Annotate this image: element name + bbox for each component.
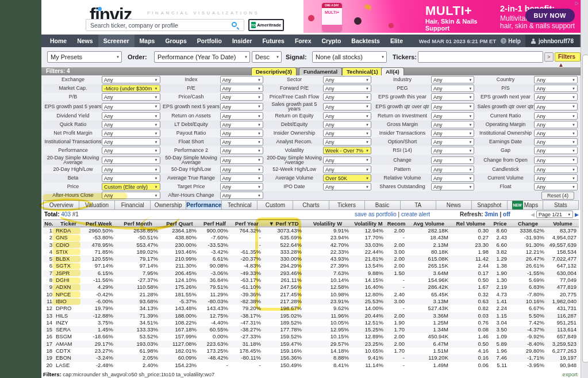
view-tab-basic[interactable]: Basic [364,200,400,210]
column-header-perf-half[interactable]: Perf Half [199,220,230,227]
filter-select-analyst-recom[interactable]: Any [323,138,371,146]
presets-select[interactable]: My Presets [47,51,122,63]
filter-select-option-short[interactable]: Any [431,138,475,146]
filter-select-float-short[interactable]: Any [220,138,264,146]
nav-item-backtests[interactable]: Backtests [346,35,385,47]
column-header-price[interactable]: Price [491,220,509,227]
filter-select-beta[interactable]: Any [102,174,160,182]
filter-select-20-day-high-low[interactable]: Any [102,166,160,173]
filter-select-eps-growth-next-year[interactable]: Any [534,93,578,101]
filter-tab-technical-1[interactable]: Technical(1) [342,67,383,75]
column-header-perf-month[interactable]: Perf Month [116,220,160,227]
view-tab-technical[interactable]: Technical [221,200,257,210]
filter-select-eps-growth-this-year[interactable]: Any [431,93,475,101]
tickers-input[interactable] [418,51,543,63]
column-header-volume[interactable]: Volume [547,220,579,227]
ticker-link-SGTX[interactable]: SGTX [55,262,82,269]
nav-item-news[interactable]: News [72,35,98,47]
nav-item-maps[interactable]: Maps [134,35,160,47]
filter-select-price[interactable]: Custom (Elite only) [102,183,160,190]
filter-select-sales-growth-past-5-years[interactable]: Any [323,103,371,110]
ticker-link-GNS[interactable]: GNS [55,234,82,241]
ad-banner[interactable]: ONE A DAY MULTI+ MULTI+ Hair, Skin & Nai… [303,0,581,33]
filter-select-price-cash[interactable]: Any [220,93,264,101]
nav-item-portfolio[interactable]: Portfolio [192,35,227,47]
column-header-volatility-m[interactable]: Volatility M [351,220,386,227]
filter-select-p-b[interactable]: Any [102,93,160,101]
nav-item-home[interactable]: Home [45,35,72,47]
filter-select-sales-growth-qtr-over-qtr[interactable]: Any [534,103,578,110]
filter-select-institutional-transactions[interactable]: Any [102,138,160,146]
filter-select-debt-equity[interactable]: Any [323,121,371,128]
ticker-link-DPRO[interactable]: DPRO [55,305,82,312]
column-header-perf-year[interactable]: Perf Year [230,220,263,227]
reset-filters-button[interactable]: Reset (4) [541,192,574,200]
refresh-off-link[interactable]: off [503,211,510,217]
filter-select-p-s[interactable]: Any [534,85,578,92]
view-tab-charts[interactable]: Charts [293,200,328,210]
column-header-change[interactable]: Change [509,220,547,227]
filter-select-after-hours-change[interactable]: Any [220,192,264,199]
column-header-perf-quart[interactable]: Perf Quart [160,220,199,227]
adchoices-icon[interactable]: ▷ [575,1,579,6]
ticker-link-CDIO[interactable]: CDIO [55,242,82,249]
filter-select-net-profit-margin[interactable]: Any [102,129,160,137]
filter-select-50-day-high-low[interactable]: Any [220,166,264,173]
filter-select-pattern[interactable]: Any [431,166,475,173]
filter-select-insider-ownership[interactable]: Any [323,129,371,137]
view-tab-stats[interactable]: Stats [543,200,579,210]
column-header-perf-week[interactable]: Perf Week [82,220,116,227]
user-menu[interactable]: johnboruff78 [525,35,579,47]
ticker-link-RKDA[interactable]: RKDA [55,227,82,235]
filter-select-current-ratio[interactable]: Any [534,112,578,120]
filter-select-earnings-date[interactable]: Any [534,138,578,146]
filter-select-peg[interactable]: Any [431,85,475,92]
help-link[interactable]: Help [501,38,521,44]
go-button[interactable]: > [544,52,554,62]
filter-select-candlestick[interactable]: Any [534,166,578,173]
filter-select-eps-growth-qtr-over-qtr[interactable]: Any [431,103,475,110]
save-as-portfolio-link[interactable]: save as portfolio [355,211,397,217]
filter-select-insider-transactions[interactable]: Any [431,129,475,137]
filter-select-gross-margin[interactable]: Any [431,121,475,128]
nav-item-elite[interactable]: Elite [385,35,408,47]
page-select[interactable]: Page 1/21 [536,211,573,218]
search-icon[interactable] [232,22,237,27]
buy-now-button[interactable]: BUY NOW [525,9,575,22]
ticker-link-JSPR[interactable]: JSPR [55,270,82,277]
column-header-avg-volume[interactable]: Avg Volume [407,220,451,227]
filters-toggle-button[interactable]: Filters ▲ [555,52,581,62]
ticker-link-NPCE[interactable]: NPCE [55,291,82,298]
column-header-no[interactable]: No. [43,220,55,227]
ticker-link-INZY[interactable]: INZY [55,319,82,326]
filter-select-operating-margin[interactable]: Any [534,121,578,128]
ticker-link-ADXN[interactable]: ADXN [55,284,82,291]
filter-select-industry[interactable]: Any [431,76,475,83]
ticker-link-IBIO[interactable]: IBIO [55,298,82,305]
view-tab-tickers[interactable]: Tickers [329,200,364,210]
filter-select-return-on-equity[interactable]: Any [323,112,371,120]
signal-select[interactable]: None (all stocks) [312,51,387,63]
filter-select-change-from-open[interactable]: Any [534,156,578,164]
filter-select-50-day-simple-moving-average[interactable]: Any [220,156,264,164]
order-select[interactable]: Performance (Year To Date) [154,51,250,63]
view-tab-financial[interactable]: Financial [114,200,150,210]
filter-select-52-week-high-low[interactable]: Any [323,166,371,173]
filter-tab-descriptive-3[interactable]: Descriptive(3) [251,67,297,75]
filter-select-average-volume[interactable]: Over 50K [323,174,371,182]
filter-select-current-volume[interactable]: Any [534,174,578,182]
filter-select-float[interactable]: Any [534,183,578,190]
filter-select-market-cap[interactable]: -Micro (under $300m [102,85,160,92]
ticker-link-AMAM[interactable]: AMAM [55,341,82,348]
view-tab-ownership[interactable]: Ownership [150,200,186,210]
filter-select-eps-growth-past-5-years[interactable]: Any [102,103,160,110]
column-header-volatility-w[interactable]: Volatility W [304,220,351,227]
ticker-link-LASE[interactable]: LASE [55,362,82,369]
view-tab-maps[interactable]: NEWMaps [507,200,543,210]
filter-select-ipo-date[interactable]: Any [323,183,371,190]
column-header-recom[interactable]: Recom [386,220,407,227]
filter-select-country[interactable]: Any [534,76,578,83]
ticker-link-BSGM[interactable]: BSGM [55,333,82,340]
filter-select-performance[interactable]: Any [102,147,160,154]
filter-select-20-day-simple-moving-average[interactable]: Any [102,156,160,164]
